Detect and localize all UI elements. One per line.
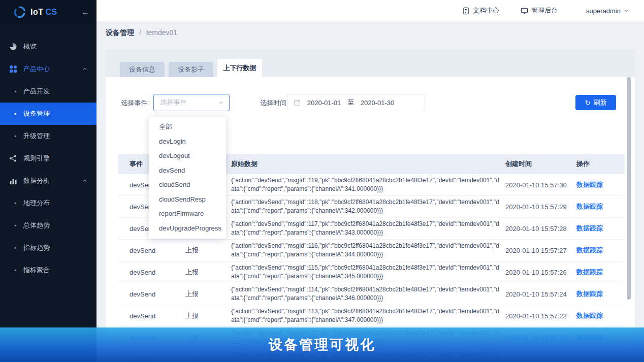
column-header-3: 创建时间: [505, 159, 576, 169]
breadcrumb-section[interactable]: 设备管理: [106, 28, 134, 37]
cell-type: 上报: [185, 289, 231, 299]
date-range-picker[interactable]: 2020-01-01 至 2020-01-30: [287, 94, 425, 111]
sidebar-item-label: 产品开发: [23, 87, 50, 96]
nodes-icon: [9, 154, 17, 162]
tab-strip: 设备信息设备影子上下行数据: [106, 49, 635, 77]
logo: IoTCS ←: [0, 0, 96, 24]
sidebar-item-2[interactable]: •产品开发: [0, 80, 96, 103]
date-range-separator: 至: [347, 98, 354, 107]
sidebar-item-label: 指标聚合: [23, 266, 50, 275]
chevron-up-icon: [82, 178, 87, 183]
bullet-icon: •: [14, 88, 17, 95]
doc-center-link[interactable]: 文档中心: [462, 6, 499, 15]
banner-title: 设备管理可视化: [269, 336, 375, 354]
sidebar-menu: 概览产品中心•产品开发•设备管理•升级管理规则引擎数据分析•地理分布•总体趋势•…: [0, 24, 96, 281]
table-row: devSend上报{"action":"devSend","msgId":116…: [118, 240, 625, 261]
topbar: 文档中心 管理后台 superadmin: [96, 0, 644, 21]
sidebar-item-5[interactable]: 规则引擎: [0, 147, 96, 170]
sidebar-item-8[interactable]: •总体趋势: [0, 214, 96, 237]
cell-raw-data: {"action":"devSend","msgId":115,"pk":"bb…: [231, 264, 505, 281]
cell-created-time: 2020-01-10 15:57:29: [505, 203, 576, 211]
cell-created-time: 2020-01-10 15:57:24: [505, 290, 576, 298]
sidebar-item-label: 指标趋势: [23, 243, 50, 252]
refresh-button[interactable]: ↻ 刷新: [575, 95, 616, 110]
brand-iot: IoT: [30, 8, 44, 16]
collapse-sidebar-button[interactable]: ←: [81, 8, 89, 17]
data-trace-link[interactable]: 数据跟踪: [576, 268, 617, 277]
sidebar-item-label: 设备管理: [23, 109, 50, 118]
date-start-value[interactable]: 2020-01-01: [301, 99, 347, 107]
vertical-scrollbar[interactable]: [627, 77, 631, 300]
monitor-icon: [521, 7, 528, 15]
user-menu[interactable]: superadmin: [586, 7, 629, 15]
cell-created-time: 2020-01-10 15:57:26: [505, 269, 576, 276]
column-header-4: 操作: [576, 159, 617, 169]
calendar-icon: [294, 99, 301, 106]
cell-event: devSend: [130, 269, 185, 276]
sidebar-item-label: 地理分布: [23, 199, 50, 208]
table-row: devSend上报{"action":"devSend","msgId":115…: [118, 261, 625, 283]
filter-row: 选择事件: 选择事件 选择时间: 2020-01-01 至 2020-01-30: [106, 94, 635, 111]
sidebar-item-label: 总体趋势: [23, 221, 50, 230]
sidebar-item-4[interactable]: •升级管理: [0, 125, 96, 147]
sidebar-item-label: 产品中心: [23, 64, 50, 74]
data-trace-link[interactable]: 数据跟踪: [576, 289, 617, 299]
cell-raw-data: {"action":"devSend","msgId":119,"pk":"bb…: [231, 176, 505, 193]
date-end-value[interactable]: 2020-01-30: [354, 99, 401, 107]
sidebar-item-label: 升级管理: [23, 131, 50, 141]
grid-icon: [9, 65, 17, 73]
tab-2[interactable]: 上下行数据: [217, 59, 262, 77]
cell-created-time: 2020-01-10 15:57:27: [505, 247, 576, 254]
sidebar-item-1[interactable]: 产品中心: [0, 58, 96, 80]
sidebar-item-3[interactable]: •设备管理: [0, 103, 96, 125]
brand-cs: CS: [46, 8, 57, 16]
caption-banner: 设备管理可视化: [0, 327, 644, 362]
tab-0[interactable]: 设备信息: [120, 62, 165, 77]
dropdown-option-devSend[interactable]: devSend: [149, 163, 226, 178]
sidebar-item-9[interactable]: •指标趋势: [0, 237, 96, 259]
data-trace-link[interactable]: 数据跟踪: [576, 224, 617, 233]
cell-type: 上报: [185, 311, 231, 320]
brand-text: IoTCS: [30, 8, 57, 17]
breadcrumb-current: temdev01: [146, 28, 177, 37]
data-trace-link[interactable]: 数据跟踪: [576, 202, 617, 211]
admin-console-link[interactable]: 管理后台: [521, 6, 558, 15]
sidebar: IoTCS ← 概览产品中心•产品开发•设备管理•升级管理规则引擎数据分析•地理…: [0, 0, 96, 362]
dropdown-option-devUpgradeProgress[interactable]: devUpgradeProgress: [149, 221, 226, 236]
bullet-icon: •: [14, 110, 17, 118]
cell-event: devSend: [130, 290, 185, 298]
dropdown-option-devLogout[interactable]: devLogout: [149, 149, 226, 163]
dropdown-option-全部[interactable]: 全部: [149, 120, 226, 135]
dropdown-option-cloudSend[interactable]: cloudSend: [149, 178, 226, 192]
bullet-icon: •: [14, 133, 17, 140]
bullet-icon: •: [14, 244, 17, 252]
dropdown-option-devLogin[interactable]: devLogin: [149, 135, 226, 149]
admin-console-label: 管理后台: [531, 6, 558, 15]
bar-chart-icon: [9, 177, 17, 185]
sidebar-item-6[interactable]: 数据分析: [0, 170, 96, 192]
username: superadmin: [586, 7, 621, 15]
cell-raw-data: {"action":"devSend","msgId":116,"pk":"bb…: [231, 242, 505, 259]
data-trace-link[interactable]: 数据跟踪: [576, 246, 617, 255]
event-select[interactable]: 选择事件: [153, 94, 230, 111]
sidebar-item-10[interactable]: •指标聚合: [0, 259, 96, 281]
table-row: devSend上报{"action":"devSend","msgId":114…: [118, 283, 625, 305]
sidebar-item-7[interactable]: •地理分布: [0, 192, 96, 214]
cell-type: 上报: [185, 268, 231, 277]
sidebar-item-label: 规则引擎: [23, 154, 50, 163]
document-icon: [462, 7, 470, 15]
data-trace-link[interactable]: 数据跟踪: [576, 311, 617, 320]
sidebar-item-0[interactable]: 概览: [0, 36, 96, 58]
breadcrumb: 设备管理 / temdev01: [106, 28, 177, 38]
chevron-up-icon: [218, 100, 224, 106]
refresh-icon: ↻: [585, 99, 591, 107]
time-filter-label: 选择时间:: [260, 98, 288, 108]
bullet-icon: •: [14, 222, 17, 229]
cell-raw-data: {"action":"devSend","msgId":117,"pk":"bb…: [231, 220, 505, 237]
dropdown-option-reportFirmware[interactable]: reportFirmware: [149, 207, 226, 221]
dropdown-option-cloudSendResp[interactable]: cloudSendResp: [149, 192, 226, 207]
page-root: { "colors": { "accent_blue": "#1a66f0", …: [0, 0, 644, 362]
tab-1[interactable]: 设备影子: [169, 62, 213, 77]
event-filter-label: 选择事件:: [121, 98, 149, 108]
data-trace-link[interactable]: 数据跟踪: [576, 180, 617, 189]
